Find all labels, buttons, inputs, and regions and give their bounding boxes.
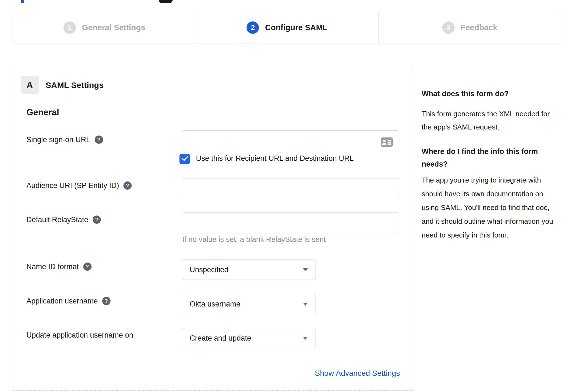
saml-settings-panel: A SAML Settings General Single sign-on U… (13, 69, 413, 392)
audience-uri-input[interactable] (182, 178, 399, 199)
step-number-badge: 3 (442, 21, 455, 34)
step-label: Configure SAML (265, 23, 327, 32)
advanced-section-divider (13, 390, 413, 391)
step-feedback[interactable]: 3 Feedback (378, 12, 561, 43)
select-value: Unspecified (190, 266, 228, 274)
relaystate-hint: If no value is set, a blank RelayState i… (182, 235, 326, 244)
field-label-text: Update application username on (26, 331, 133, 339)
update-application-username-select[interactable]: Create and update (182, 328, 316, 348)
field-label-text: Single sign-on URL (26, 136, 90, 144)
select-value: Okta username (190, 300, 240, 308)
single-sign-on-url-input[interactable] (182, 130, 399, 151)
label-audience-uri: Audience URI (SP Entity ID) ? (26, 181, 132, 190)
step-general-settings[interactable]: 1 General Settings (13, 12, 196, 43)
name-id-format-select[interactable]: Unspecified (182, 260, 316, 280)
field-label-text: Application username (26, 297, 98, 305)
group-title-general: General (26, 107, 59, 117)
section-title: SAML Settings (46, 81, 104, 90)
wizard-stepper: 1 General Settings 2 Configure SAML 3 Fe… (13, 12, 561, 43)
help-body-where: The app you're trying to integrate with … (422, 173, 560, 242)
contact-card-icon[interactable] (380, 137, 393, 147)
step-number-badge: 2 (247, 21, 259, 34)
default-relaystate-input[interactable] (182, 212, 399, 233)
show-advanced-settings-link[interactable]: Show Advanced Settings (315, 369, 400, 378)
label-name-id-format: Name ID format ? (26, 262, 92, 271)
help-heading-where: Where do I find the info this form needs… (422, 145, 548, 170)
help-icon[interactable]: ? (93, 216, 101, 224)
cutoff-logo-fragment (21, 0, 24, 3)
help-icon[interactable]: ? (123, 181, 132, 190)
help-heading-what: What does this form do? (422, 90, 560, 98)
help-icon[interactable]: ? (95, 136, 103, 144)
chevron-down-icon (303, 337, 308, 340)
select-value: Create and update (190, 334, 251, 343)
step-number-badge: 1 (63, 21, 76, 34)
field-label-text: Name ID format (26, 263, 79, 271)
use-for-recipient-checkbox[interactable] (179, 154, 190, 164)
application-username-select[interactable]: Okta username (182, 294, 316, 314)
help-icon[interactable]: ? (102, 297, 110, 305)
checkbox-label: Use this for Recipient URL and Destinati… (196, 154, 354, 163)
section-badge: A (21, 76, 39, 94)
label-application-username: Application username ? (26, 296, 110, 306)
label-default-relaystate: Default RelayState ? (26, 215, 101, 224)
step-configure-saml[interactable]: 2 Configure SAML (196, 12, 378, 43)
field-label-text: Audience URI (SP Entity ID) (26, 181, 119, 190)
step-label: Feedback (461, 23, 497, 32)
chevron-down-icon (303, 268, 308, 271)
help-body-what: This form generates the XML needed for t… (422, 107, 553, 134)
label-single-sign-on-url: Single sign-on URL ? (26, 135, 103, 144)
help-icon[interactable]: ? (83, 263, 92, 271)
step-label: General Settings (82, 23, 145, 32)
label-update-application-username: Update application username on (26, 330, 133, 340)
chevron-down-icon (303, 303, 308, 306)
cutoff-header-fragment (159, 0, 173, 3)
field-label-text: Default RelayState (26, 216, 88, 224)
